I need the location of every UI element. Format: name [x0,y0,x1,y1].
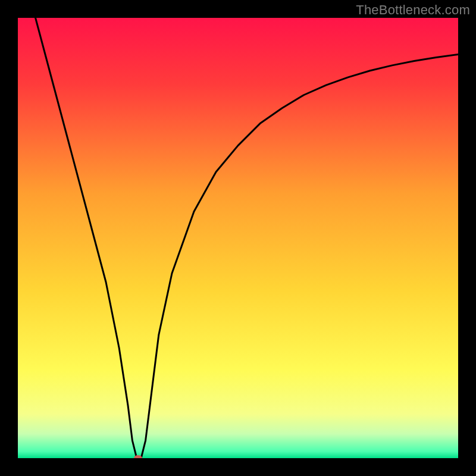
watermark-text: TheBottleneck.com [356,2,470,18]
chart-frame: TheBottleneck.com [0,0,476,476]
gradient-background [18,18,458,458]
bottleneck-chart [18,18,458,458]
